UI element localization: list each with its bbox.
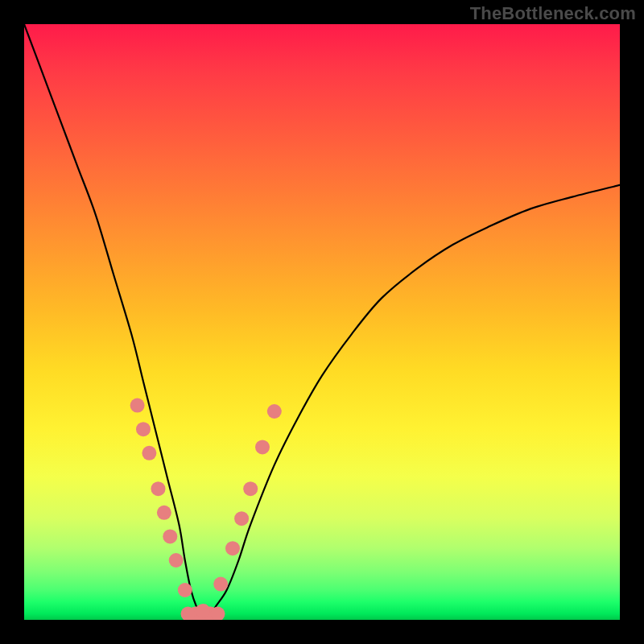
data-marker: [157, 506, 171, 520]
data-marker: [169, 553, 184, 568]
watermark-text: TheBottleneck.com: [470, 3, 636, 24]
data-marker: [255, 440, 270, 454]
data-marker: [243, 481, 258, 496]
data-marker: [225, 541, 240, 555]
data-marker: [142, 446, 156, 460]
bottleneck-curve: [24, 24, 620, 620]
data-marker: [234, 511, 249, 526]
data-marker: [151, 481, 166, 496]
curve-svg: [24, 24, 620, 620]
markers-right-group: [213, 404, 282, 592]
data-marker: [163, 529, 177, 543]
data-marker: [267, 404, 282, 419]
markers-left-group: [130, 398, 192, 597]
data-marker: [130, 398, 145, 413]
data-marker: [136, 422, 151, 436]
chart-frame: TheBottleneck.com: [0, 0, 644, 644]
plot-area: [24, 24, 620, 620]
data-marker: [178, 583, 192, 597]
markers-bottom-group: [181, 604, 225, 620]
data-marker: [196, 604, 210, 618]
data-marker: [213, 577, 228, 592]
